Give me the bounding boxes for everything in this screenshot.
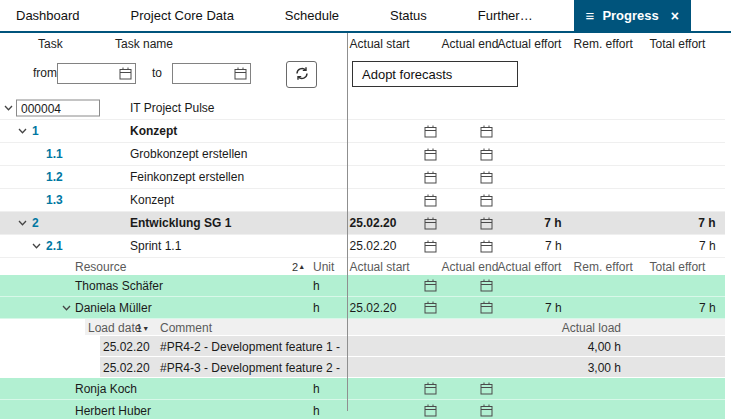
col-rem-effort[interactable]: Rem. effort: [566, 258, 642, 275]
calendar-icon[interactable]: [480, 404, 493, 417]
calendar-icon[interactable]: [119, 67, 132, 80]
rem-effort-value: [566, 96, 642, 119]
calendar-icon[interactable]: [480, 279, 493, 292]
tab-progress[interactable]: ≡Progress×: [574, 0, 691, 31]
right-column-headers: Actual start Actual end Actual effort Re…: [345, 33, 725, 55]
calendar-icon[interactable]: [424, 125, 437, 138]
col-actual-effort[interactable]: Actual effort: [498, 33, 566, 55]
sort-desc-icon[interactable]: 1▼: [136, 322, 142, 334]
expand-chevron-icon[interactable]: [62, 305, 71, 311]
resource-row-thomas-sch-fer[interactable]: Thomas Schäferh: [0, 275, 725, 297]
col-actual-end[interactable]: Actual end: [442, 33, 498, 55]
task-row-1-1[interactable]: 1.1Grobkonzept erstellen: [0, 143, 725, 166]
close-icon[interactable]: ×: [671, 9, 679, 23]
calendar-icon[interactable]: [424, 404, 437, 417]
calendar-icon[interactable]: [424, 171, 437, 184]
rem-effort-value: [566, 378, 642, 399]
calendar-icon[interactable]: [424, 240, 437, 253]
calendar-icon[interactable]: [480, 382, 493, 395]
resource-name[interactable]: Daniela Müller: [75, 301, 152, 315]
calendar-icon[interactable]: [480, 240, 493, 253]
calendar-icon[interactable]: [480, 301, 493, 314]
expand-chevron-icon[interactable]: [18, 128, 27, 134]
resource-name[interactable]: Thomas Schäfer: [75, 279, 163, 293]
tab-dashboard[interactable]: Dashboard: [6, 0, 90, 31]
col-actual-end[interactable]: Actual end: [442, 258, 498, 275]
rem-effort-value: [566, 235, 642, 257]
col-resource[interactable]: Resource: [75, 260, 126, 274]
project-id-input[interactable]: 000004: [16, 99, 100, 116]
actual-start-cell: [350, 166, 442, 188]
expand-chevron-icon[interactable]: [4, 105, 13, 111]
task-row-2[interactable]: 2Entwicklung SG 125.02.207 h7 h: [0, 212, 725, 235]
col-actual-start[interactable]: Actual start: [350, 258, 442, 275]
calendar-icon[interactable]: [480, 194, 493, 207]
actual-start-cell: [350, 275, 442, 296]
calendar-icon[interactable]: [424, 148, 437, 161]
refresh-button[interactable]: [286, 61, 317, 88]
tab-status[interactable]: Status: [380, 0, 437, 31]
load-row[interactable]: 25.02.20#PR4-2 - Development feature 1 -…: [0, 336, 725, 357]
tab-schedule[interactable]: Schedule: [275, 0, 349, 31]
calendar-icon[interactable]: [480, 125, 493, 138]
col-actual-effort[interactable]: Actual effort: [498, 258, 566, 275]
task-name[interactable]: Konzept: [130, 124, 177, 138]
menu-icon[interactable]: ≡: [586, 8, 595, 23]
task-id[interactable]: 1.1: [46, 147, 63, 161]
to-date-input[interactable]: [172, 63, 251, 84]
task-id[interactable]: 1.2: [46, 170, 63, 184]
calendar-icon[interactable]: [234, 67, 247, 80]
col-comment[interactable]: Comment: [160, 321, 212, 335]
task-row-1-3[interactable]: 1.3Konzept: [0, 189, 725, 212]
calendar-icon[interactable]: [480, 217, 493, 230]
panel-divider[interactable]: [347, 33, 348, 411]
col-load-date[interactable]: Load date: [88, 321, 141, 335]
expand-chevron-icon[interactable]: [18, 220, 27, 226]
task-id[interactable]: 1: [32, 124, 39, 138]
task-id[interactable]: 2.1: [46, 239, 63, 253]
calendar-icon[interactable]: [424, 217, 437, 230]
task-name[interactable]: Sprint 1.1: [130, 239, 181, 253]
resource-row-herbert-huber[interactable]: Herbert Huberh: [0, 400, 725, 419]
task-name[interactable]: Grobkonzept erstellen: [130, 147, 247, 161]
calendar-icon[interactable]: [424, 301, 437, 314]
col-unit[interactable]: Unit: [313, 260, 334, 274]
expand-chevron-icon[interactable]: [32, 243, 41, 249]
tab-project-core-data[interactable]: Project Core Data: [121, 0, 244, 31]
tab-further[interactable]: Further…: [468, 0, 543, 31]
col-actual-load[interactable]: Actual load: [562, 321, 621, 335]
task-name[interactable]: Feinkonzept erstellen: [130, 170, 244, 184]
col-rem-effort[interactable]: Rem. effort: [566, 33, 642, 55]
load-row[interactable]: 25.02.20#PR4-3 - Development feature 2 -…: [0, 357, 725, 378]
col-task-name[interactable]: Task name: [115, 37, 173, 51]
from-date-input[interactable]: [57, 63, 136, 84]
task-row-1[interactable]: 1Konzept: [0, 120, 725, 143]
col-total-effort[interactable]: Total effort: [642, 258, 720, 275]
resource-row-ronja-koch[interactable]: Ronja Kochh: [0, 378, 725, 400]
sort-asc-icon[interactable]: 2▲: [292, 261, 305, 273]
col-total-effort[interactable]: Total effort: [642, 33, 720, 55]
calendar-icon[interactable]: [424, 194, 437, 207]
calendar-icon[interactable]: [480, 171, 493, 184]
task-name[interactable]: Entwicklung SG 1: [130, 216, 231, 230]
resource-name[interactable]: Ronja Koch: [75, 382, 137, 396]
project-name[interactable]: IT Project Pulse: [130, 101, 214, 115]
actual-end-cell: [442, 143, 498, 165]
col-task[interactable]: Task: [38, 37, 63, 51]
task-row-2-1[interactable]: 2.1Sprint 1.125.02.207 h7 h: [0, 235, 725, 258]
resource-name[interactable]: Herbert Huber: [75, 404, 151, 418]
calendar-icon[interactable]: [424, 279, 437, 292]
adopt-forecasts-button[interactable]: Adopt forecasts: [352, 61, 518, 87]
actual-effort-value: [498, 275, 566, 296]
task-id[interactable]: 1.3: [46, 193, 63, 207]
col-actual-start[interactable]: Actual start: [350, 33, 442, 55]
task-id[interactable]: 2: [32, 216, 39, 230]
resource-row-daniela-m-ller[interactable]: Daniela Müllerh25.02.207 h7 h: [0, 297, 725, 319]
calendar-icon[interactable]: [424, 382, 437, 395]
tab-label: Status: [390, 8, 427, 23]
task-row-1-2[interactable]: 1.2Feinkonzept erstellen: [0, 166, 725, 189]
task-name[interactable]: Konzept: [130, 193, 174, 207]
total-effort-value: [642, 166, 720, 188]
calendar-icon[interactable]: [480, 148, 493, 161]
project-row-000004[interactable]: 000004IT Project Pulse: [0, 96, 725, 120]
